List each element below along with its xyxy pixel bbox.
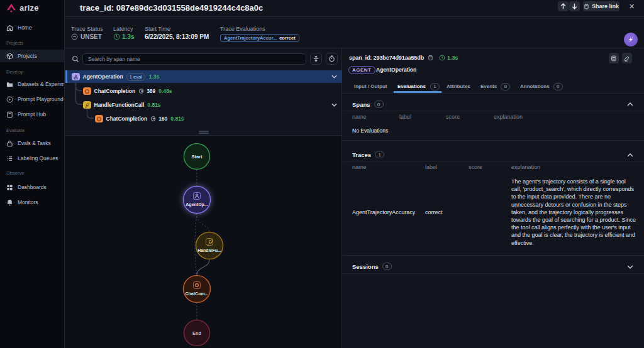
- svg-text:HandleFu...: HandleFu...: [197, 248, 221, 253]
- svg-text:Start: Start: [191, 154, 203, 160]
- svg-text:ChatCom...: ChatCom...: [186, 291, 209, 296]
- svg-text:End: End: [192, 330, 202, 336]
- svg-text:AgentOp...: AgentOp...: [186, 202, 208, 207]
